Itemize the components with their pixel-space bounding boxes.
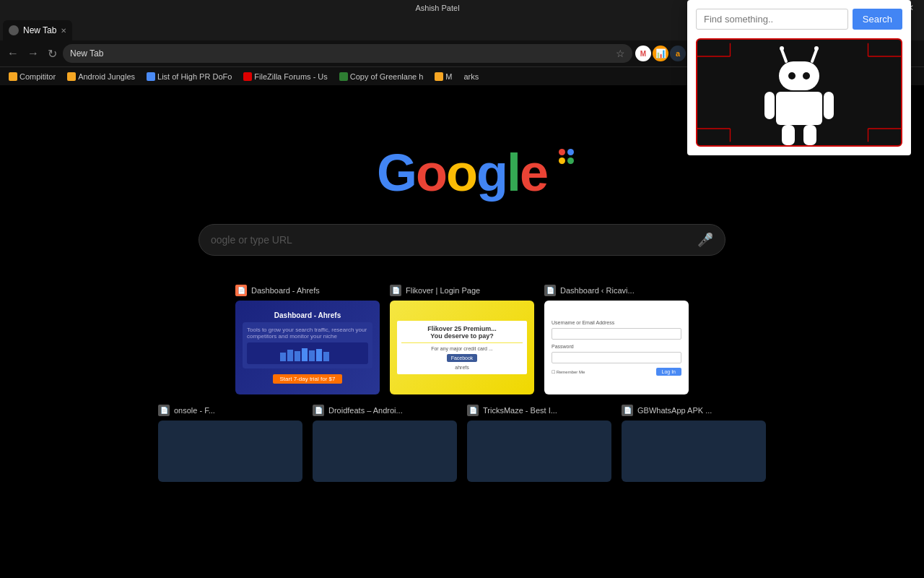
ricavi-content: Username or Email Address Password ☐ Rem… <box>552 320 681 376</box>
bookmark-label-3: FileZilla Forums - Us <box>254 72 327 81</box>
thumbnail-small-2-title: TricksMaze - Best I... <box>483 406 557 415</box>
thumbnails-row-1: 📄 Dashboard - Ahrefs Dashboard - Ahrefs … <box>228 285 696 394</box>
bookmark-item-3[interactable]: FileZilla Forums - Us <box>239 69 331 85</box>
google-letter-o1: o <box>416 144 446 202</box>
url-text: New Tab <box>70 48 616 59</box>
google-letter-o2: o <box>446 144 476 202</box>
svg-rect-26 <box>302 348 308 361</box>
dot-green <box>567 158 574 164</box>
flikover-content: Flikover 25 Premium...You deserve to pay… <box>397 321 527 374</box>
svg-rect-25 <box>295 351 300 361</box>
bookmark-star-icon[interactable]: ☆ <box>616 48 625 59</box>
svg-rect-7 <box>779 61 819 90</box>
bookmark-label-6: arks <box>463 72 479 81</box>
bookmark-favicon-1 <box>67 72 76 81</box>
thumbnail-small-0-title: onsole - F... <box>174 406 215 415</box>
address-bar[interactable]: New Tab ☆ <box>63 44 632 63</box>
refresh-button[interactable]: ↻ <box>45 43 60 64</box>
thumbnail-flikover-preview: Flikover 25 Premium...You deserve to pay… <box>390 301 534 394</box>
flikover-headline: Flikover 25 Premium...You deserve to pay… <box>401 325 523 340</box>
google-letter-g2: g <box>476 144 507 202</box>
thumbnail-ricavi[interactable]: 📄 Dashboard ‹ Ricavi... Username or Emai… <box>544 285 689 394</box>
bookmark-item-1[interactable]: Android Jungles <box>63 69 139 85</box>
dot-blue <box>567 149 574 155</box>
thumbnail-small-2-preview <box>467 420 611 482</box>
thumbnail-small-3-icon: 📄 <box>622 405 633 416</box>
svg-point-9 <box>803 72 810 79</box>
thumbnail-small-1[interactable]: 📄 Droidfeats – Androi... <box>313 405 457 482</box>
thumbnail-small-1-title: Droidfeats – Androi... <box>328 406 403 415</box>
thumbnail-flikover-title: Flikover | Login Page <box>406 286 480 295</box>
thumbnail-small-2[interactable]: 📄 TricksMaze - Best I... <box>467 405 611 482</box>
ext-amazon-icon[interactable]: a <box>670 46 686 61</box>
bookmark-item-4[interactable]: Copy of Greenlane h <box>335 69 428 85</box>
thumbnail-ricavi-header: 📄 Dashboard ‹ Ricavi... <box>544 285 689 296</box>
bookmark-label-2: List of High PR DoFo <box>157 72 232 81</box>
forward-button[interactable]: → <box>25 43 42 64</box>
chrome-browser: Ashish Patel – □ ✕ New Tab ✕ ← → ↻ New T… <box>0 0 924 482</box>
ahrefs-chart-area <box>247 342 368 364</box>
thumbnail-ahrefs-icon: 📄 <box>235 285 247 296</box>
thumbnail-ahrefs[interactable]: 📄 Dashboard - Ahrefs Dashboard - Ahrefs … <box>235 285 380 394</box>
svg-rect-13 <box>782 125 795 145</box>
bookmark-label-5: M <box>445 72 452 81</box>
active-tab[interactable]: New Tab ✕ <box>3 20 72 40</box>
back-button[interactable]: ← <box>4 43 22 64</box>
ext-gmail-icon[interactable]: M <box>635 46 651 61</box>
thumbnail-ahrefs-header: 📄 Dashboard - Ahrefs <box>235 285 380 296</box>
svg-point-6 <box>814 46 819 51</box>
bookmark-label-4: Copy of Greenlane h <box>350 72 424 81</box>
main-content: Search <box>0 85 924 482</box>
thumbnail-small-0[interactable]: 📄 onsole - F... <box>158 405 302 482</box>
bookmark-item-2[interactable]: List of High PR DoFo <box>142 69 236 85</box>
bookmark-item-6[interactable]: arks <box>459 69 483 85</box>
thumbnail-flikover-header: 📄 Flikover | Login Page <box>390 285 534 296</box>
search-bar[interactable]: oogle or type URL 🎤 <box>199 224 725 256</box>
ext-popup-search-input[interactable] <box>696 9 848 30</box>
svg-point-4 <box>780 46 784 51</box>
bookmark-label-1: Android Jungles <box>78 72 135 81</box>
dot-red <box>559 149 565 155</box>
ricavi-remember-row: ☐ Remember Me Log In <box>552 368 681 376</box>
ext-analytics-icon[interactable]: 📊 <box>653 46 668 61</box>
flikover-divider <box>401 342 523 343</box>
svg-rect-29 <box>323 352 329 361</box>
dot-yellow <box>559 158 565 164</box>
bookmark-favicon-4 <box>339 72 348 81</box>
thumbnail-small-3[interactable]: 📄 GBWhatsApp APK ... <box>622 405 766 482</box>
ricavi-remember-label: ☐ Remember Me <box>552 369 585 374</box>
google-letter-l: l <box>507 144 520 202</box>
ext-popup-image <box>696 38 902 147</box>
svg-rect-11 <box>764 92 775 119</box>
microphone-icon[interactable]: 🎤 <box>697 232 713 248</box>
svg-rect-28 <box>316 349 322 361</box>
title-bar-user: Ashish Patel <box>415 4 459 12</box>
thumbnail-small-3-title: GBWhatsApp APK ... <box>637 406 712 415</box>
svg-rect-23 <box>280 353 286 361</box>
flikover-bottom: ahrefs <box>401 365 523 370</box>
bookmark-favicon-0 <box>9 72 17 81</box>
thumbnail-small-2-icon: 📄 <box>467 405 479 416</box>
ricavi-password-label: Password <box>552 344 681 349</box>
bookmark-favicon-3 <box>243 72 252 81</box>
tab-close-button[interactable]: ✕ <box>61 27 66 35</box>
bookmark-item-5[interactable]: M <box>430 69 456 85</box>
search-bar-area: oogle or type URL 🎤 <box>199 224 725 256</box>
ahrefs-description: Tools to grow your search traffic, resea… <box>247 327 368 340</box>
bookmark-label-0: Compititor <box>19 72 56 81</box>
thumbnail-flikover[interactable]: 📄 Flikover | Login Page Flikover 25 Prem… <box>390 285 534 394</box>
thumbnail-small-2-header: 📄 TricksMaze - Best I... <box>467 405 611 416</box>
thumbnail-small-1-header: 📄 Droidfeats – Androi... <box>313 405 457 416</box>
svg-point-8 <box>788 72 796 79</box>
ricavi-login-btn: Log In <box>656 368 681 376</box>
search-placeholder-text: oogle or type URL <box>211 234 697 246</box>
ext-popup-search-row: Search <box>696 9 902 30</box>
thumbnail-small-3-preview <box>622 420 766 482</box>
thumbnail-small-1-preview <box>313 420 457 482</box>
ext-popup-search-button[interactable]: Search <box>853 9 902 30</box>
android-robot-svg <box>749 38 850 147</box>
ext-popup-panel: Search <box>687 0 911 155</box>
thumbnail-small-0-preview <box>158 420 302 482</box>
thumbnail-flikover-icon: 📄 <box>390 285 401 296</box>
bookmark-item-0[interactable]: Compititor <box>4 69 60 85</box>
